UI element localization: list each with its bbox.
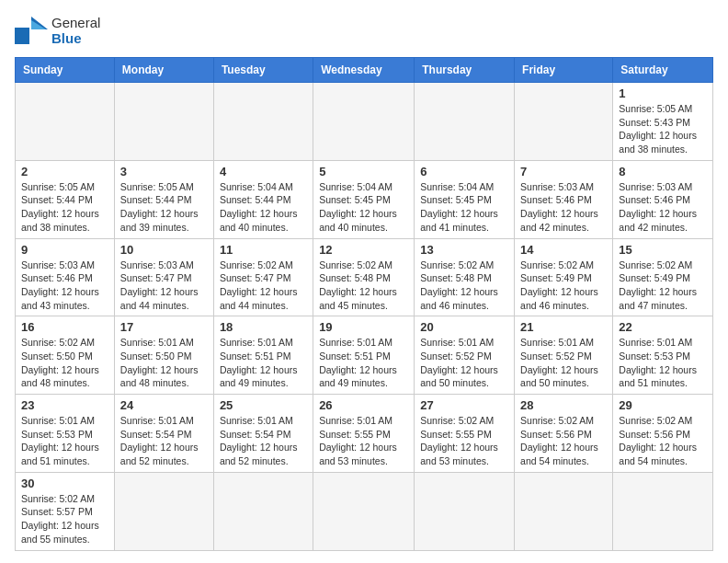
calendar-cell: 5Sunrise: 5:04 AM Sunset: 5:45 PM Daylig… [313, 160, 415, 238]
day-number: 8 [619, 165, 707, 178]
day-number: 19 [319, 320, 408, 334]
calendar-cell: 23Sunrise: 5:01 AM Sunset: 5:53 PM Dayli… [16, 395, 115, 473]
day-info: Sunrise: 5:02 AM Sunset: 5:48 PM Dayligh… [420, 259, 508, 313]
calendar-cell [515, 83, 613, 161]
day-info: Sunrise: 5:02 AM Sunset: 5:47 PM Dayligh… [220, 259, 307, 313]
calendar-cell: 24Sunrise: 5:01 AM Sunset: 5:54 PM Dayli… [114, 395, 213, 473]
weekday-header: Friday [515, 58, 613, 83]
day-info: Sunrise: 5:05 AM Sunset: 5:44 PM Dayligh… [21, 180, 108, 235]
day-number: 20 [420, 320, 508, 334]
calendar-header: SundayMondayTuesdayWednesdayThursdayFrid… [16, 58, 713, 83]
calendar-week: 16Sunrise: 5:02 AM Sunset: 5:50 PM Dayli… [16, 316, 713, 395]
calendar-cell: 2Sunrise: 5:05 AM Sunset: 5:44 PM Daylig… [16, 160, 115, 238]
calendar-table: SundayMondayTuesdayWednesdayThursdayFrid… [15, 57, 713, 551]
day-number: 17 [120, 320, 208, 334]
calendar-week: 30Sunrise: 5:02 AM Sunset: 5:57 PM Dayli… [16, 472, 713, 550]
day-number: 5 [319, 165, 408, 178]
day-info: Sunrise: 5:02 AM Sunset: 5:48 PM Dayligh… [319, 259, 408, 313]
day-number: 24 [120, 398, 208, 412]
calendar-cell: 29Sunrise: 5:02 AM Sunset: 5:56 PM Dayli… [613, 395, 713, 473]
day-number: 6 [420, 165, 508, 178]
calendar-cell [313, 83, 415, 161]
calendar-week: 9Sunrise: 5:03 AM Sunset: 5:46 PM Daylig… [16, 238, 713, 316]
day-info: Sunrise: 5:01 AM Sunset: 5:54 PM Dayligh… [120, 414, 208, 468]
calendar-cell: 8Sunrise: 5:03 AM Sunset: 5:46 PM Daylig… [613, 160, 713, 238]
day-number: 2 [21, 165, 108, 178]
calendar-cell: 21Sunrise: 5:01 AM Sunset: 5:52 PM Dayli… [515, 316, 613, 395]
day-info: Sunrise: 5:02 AM Sunset: 5:49 PM Dayligh… [520, 259, 607, 313]
page-header: General Blue [15, 15, 713, 46]
weekday-header: Tuesday [213, 58, 313, 83]
day-number: 28 [520, 398, 607, 412]
day-number: 4 [220, 165, 307, 178]
calendar-week: 1Sunrise: 5:05 AM Sunset: 5:43 PM Daylig… [16, 83, 713, 161]
day-info: Sunrise: 5:02 AM Sunset: 5:55 PM Dayligh… [420, 414, 508, 468]
calendar-cell: 1Sunrise: 5:05 AM Sunset: 5:43 PM Daylig… [613, 83, 713, 161]
day-info: Sunrise: 5:02 AM Sunset: 5:56 PM Dayligh… [619, 414, 707, 468]
calendar-cell: 17Sunrise: 5:01 AM Sunset: 5:50 PM Dayli… [114, 316, 213, 395]
calendar-cell [415, 83, 515, 161]
calendar-cell: 7Sunrise: 5:03 AM Sunset: 5:46 PM Daylig… [515, 160, 613, 238]
day-number: 22 [619, 320, 707, 334]
day-info: Sunrise: 5:03 AM Sunset: 5:46 PM Dayligh… [619, 180, 707, 235]
calendar-cell [313, 472, 415, 550]
day-info: Sunrise: 5:01 AM Sunset: 5:54 PM Dayligh… [220, 414, 307, 468]
calendar-cell: 4Sunrise: 5:04 AM Sunset: 5:44 PM Daylig… [213, 160, 313, 238]
calendar-body: 1Sunrise: 5:05 AM Sunset: 5:43 PM Daylig… [16, 83, 713, 551]
day-number: 23 [21, 398, 108, 412]
calendar-week: 2Sunrise: 5:05 AM Sunset: 5:44 PM Daylig… [16, 160, 713, 238]
calendar-cell: 14Sunrise: 5:02 AM Sunset: 5:49 PM Dayli… [515, 238, 613, 316]
logo: General Blue [15, 15, 100, 46]
weekday-header: Saturday [613, 58, 713, 83]
day-number: 13 [420, 243, 508, 257]
day-number: 18 [220, 320, 307, 334]
day-info: Sunrise: 5:04 AM Sunset: 5:45 PM Dayligh… [319, 180, 408, 235]
day-info: Sunrise: 5:02 AM Sunset: 5:56 PM Dayligh… [520, 414, 607, 468]
calendar-cell: 10Sunrise: 5:03 AM Sunset: 5:47 PM Dayli… [114, 238, 213, 316]
day-number: 29 [619, 398, 707, 412]
weekday-header: Wednesday [313, 58, 415, 83]
calendar-cell [613, 472, 713, 550]
calendar-cell: 6Sunrise: 5:04 AM Sunset: 5:45 PM Daylig… [415, 160, 515, 238]
day-info: Sunrise: 5:01 AM Sunset: 5:50 PM Dayligh… [120, 336, 208, 390]
calendar-cell [515, 472, 613, 550]
calendar-cell: 16Sunrise: 5:02 AM Sunset: 5:50 PM Dayli… [16, 316, 115, 395]
calendar-cell [114, 472, 213, 550]
calendar-cell: 28Sunrise: 5:02 AM Sunset: 5:56 PM Dayli… [515, 395, 613, 473]
calendar-cell: 9Sunrise: 5:03 AM Sunset: 5:46 PM Daylig… [16, 238, 115, 316]
day-info: Sunrise: 5:05 AM Sunset: 5:43 PM Dayligh… [619, 102, 707, 156]
day-info: Sunrise: 5:02 AM Sunset: 5:57 PM Dayligh… [21, 492, 108, 546]
calendar-cell: 11Sunrise: 5:02 AM Sunset: 5:47 PM Dayli… [213, 238, 313, 316]
day-number: 25 [220, 398, 307, 412]
day-info: Sunrise: 5:04 AM Sunset: 5:44 PM Dayligh… [220, 180, 307, 235]
calendar-cell: 18Sunrise: 5:01 AM Sunset: 5:51 PM Dayli… [213, 316, 313, 395]
calendar-week: 23Sunrise: 5:01 AM Sunset: 5:53 PM Dayli… [16, 395, 713, 473]
day-number: 27 [420, 398, 508, 412]
calendar-cell: 15Sunrise: 5:02 AM Sunset: 5:49 PM Dayli… [613, 238, 713, 316]
weekday-header: Thursday [415, 58, 515, 83]
day-info: Sunrise: 5:02 AM Sunset: 5:50 PM Dayligh… [21, 336, 108, 390]
day-info: Sunrise: 5:01 AM Sunset: 5:51 PM Dayligh… [220, 336, 307, 390]
day-info: Sunrise: 5:01 AM Sunset: 5:51 PM Dayligh… [319, 336, 408, 390]
calendar-cell: 13Sunrise: 5:02 AM Sunset: 5:48 PM Dayli… [415, 238, 515, 316]
calendar-cell: 25Sunrise: 5:01 AM Sunset: 5:54 PM Dayli… [213, 395, 313, 473]
weekday-header: Sunday [16, 58, 115, 83]
calendar-cell: 26Sunrise: 5:01 AM Sunset: 5:55 PM Dayli… [313, 395, 415, 473]
day-number: 7 [520, 165, 607, 178]
weekday-header: Monday [114, 58, 213, 83]
calendar-cell: 19Sunrise: 5:01 AM Sunset: 5:51 PM Dayli… [313, 316, 415, 395]
day-info: Sunrise: 5:03 AM Sunset: 5:46 PM Dayligh… [520, 180, 607, 235]
calendar-cell [415, 472, 515, 550]
svg-rect-0 [15, 28, 29, 44]
logo-icon [15, 17, 48, 44]
calendar-cell [213, 83, 313, 161]
day-info: Sunrise: 5:01 AM Sunset: 5:53 PM Dayligh… [21, 414, 108, 468]
calendar-cell: 20Sunrise: 5:01 AM Sunset: 5:52 PM Dayli… [415, 316, 515, 395]
day-number: 30 [21, 477, 108, 490]
day-info: Sunrise: 5:03 AM Sunset: 5:47 PM Dayligh… [120, 259, 208, 313]
day-info: Sunrise: 5:05 AM Sunset: 5:44 PM Dayligh… [120, 180, 208, 235]
day-info: Sunrise: 5:01 AM Sunset: 5:53 PM Dayligh… [619, 336, 707, 390]
calendar-cell [16, 83, 115, 161]
calendar-cell: 27Sunrise: 5:02 AM Sunset: 5:55 PM Dayli… [415, 395, 515, 473]
day-info: Sunrise: 5:02 AM Sunset: 5:49 PM Dayligh… [619, 259, 707, 313]
